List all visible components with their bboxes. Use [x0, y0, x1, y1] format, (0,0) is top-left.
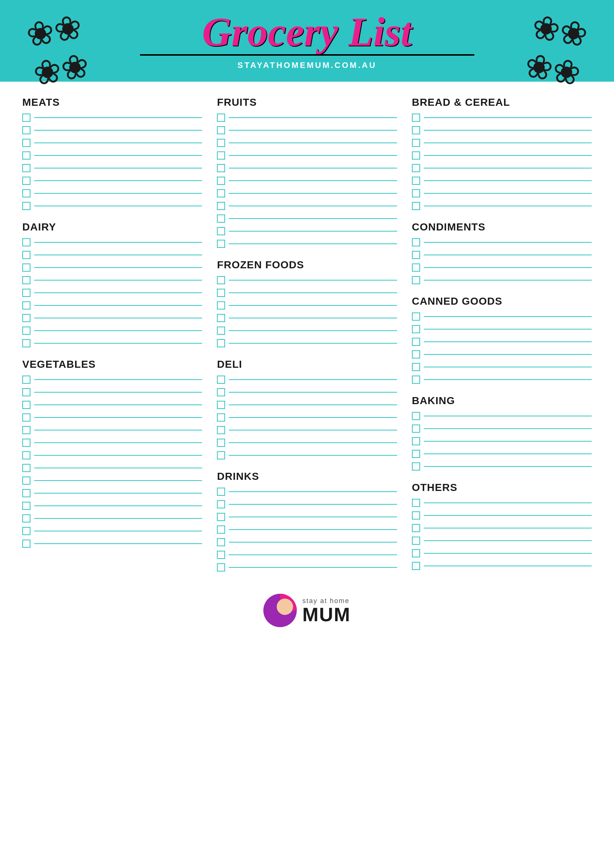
- list-item[interactable]: [412, 177, 592, 185]
- checkbox[interactable]: [22, 126, 31, 134]
- checkbox[interactable]: [412, 363, 420, 371]
- list-item[interactable]: [22, 502, 202, 510]
- list-item[interactable]: [412, 499, 592, 507]
- list-item[interactable]: [412, 251, 592, 259]
- list-item[interactable]: [22, 264, 202, 272]
- list-item[interactable]: [217, 426, 397, 434]
- checkbox[interactable]: [412, 450, 420, 458]
- checkbox[interactable]: [412, 238, 420, 246]
- list-item[interactable]: [22, 527, 202, 535]
- checkbox[interactable]: [22, 375, 31, 384]
- checkbox[interactable]: [412, 524, 420, 532]
- checkbox[interactable]: [22, 251, 31, 259]
- checkbox[interactable]: [412, 549, 420, 557]
- checkbox[interactable]: [217, 375, 225, 384]
- list-item[interactable]: [22, 113, 202, 122]
- checkbox[interactable]: [412, 151, 420, 160]
- list-item[interactable]: [412, 363, 592, 371]
- checkbox[interactable]: [22, 189, 31, 197]
- checkbox[interactable]: [217, 289, 225, 297]
- checkbox[interactable]: [412, 264, 420, 272]
- checkbox[interactable]: [217, 202, 225, 210]
- list-item[interactable]: [412, 536, 592, 545]
- list-item[interactable]: [22, 126, 202, 134]
- checkbox[interactable]: [412, 499, 420, 507]
- list-item[interactable]: [217, 314, 397, 322]
- checkbox[interactable]: [217, 551, 225, 559]
- list-item[interactable]: [22, 289, 202, 297]
- list-item[interactable]: [217, 388, 397, 396]
- checkbox[interactable]: [217, 500, 225, 508]
- list-item[interactable]: [22, 439, 202, 447]
- checkbox[interactable]: [412, 276, 420, 284]
- checkbox[interactable]: [217, 314, 225, 322]
- checkbox[interactable]: [217, 301, 225, 310]
- checkbox[interactable]: [412, 562, 420, 570]
- checkbox[interactable]: [22, 301, 31, 310]
- list-item[interactable]: [217, 538, 397, 546]
- checkbox[interactable]: [217, 227, 225, 235]
- checkbox[interactable]: [217, 189, 225, 197]
- checkbox[interactable]: [22, 451, 31, 459]
- list-item[interactable]: [412, 313, 592, 321]
- checkbox[interactable]: [22, 113, 31, 122]
- checkbox[interactable]: [217, 151, 225, 160]
- checkbox[interactable]: [412, 126, 420, 134]
- checkbox[interactable]: [412, 325, 420, 333]
- checkbox[interactable]: [412, 251, 420, 259]
- list-item[interactable]: [22, 301, 202, 310]
- list-item[interactable]: [217, 439, 397, 447]
- checkbox[interactable]: [22, 426, 31, 434]
- checkbox[interactable]: [412, 462, 420, 471]
- list-item[interactable]: [412, 562, 592, 570]
- checkbox[interactable]: [412, 202, 420, 210]
- list-item[interactable]: [412, 139, 592, 147]
- checkbox[interactable]: [22, 264, 31, 272]
- checkbox[interactable]: [22, 151, 31, 160]
- list-item[interactable]: [217, 488, 397, 496]
- list-item[interactable]: [217, 525, 397, 534]
- list-item[interactable]: [22, 426, 202, 434]
- checkbox[interactable]: [412, 313, 420, 321]
- list-item[interactable]: [217, 551, 397, 559]
- list-item[interactable]: [22, 388, 202, 396]
- checkbox[interactable]: [217, 563, 225, 572]
- list-item[interactable]: [22, 515, 202, 522]
- list-item[interactable]: [22, 489, 202, 497]
- checkbox[interactable]: [22, 339, 31, 347]
- list-item[interactable]: [22, 464, 202, 472]
- list-item[interactable]: [217, 375, 397, 384]
- checkbox[interactable]: [22, 489, 31, 497]
- list-item[interactable]: [217, 126, 397, 134]
- list-item[interactable]: [217, 240, 397, 248]
- list-item[interactable]: [412, 549, 592, 557]
- checkbox[interactable]: [217, 240, 225, 248]
- checkbox[interactable]: [412, 164, 420, 172]
- list-item[interactable]: [217, 563, 397, 572]
- checkbox[interactable]: [217, 488, 225, 496]
- checkbox[interactable]: [22, 289, 31, 297]
- list-item[interactable]: [412, 113, 592, 122]
- list-item[interactable]: [412, 164, 592, 172]
- list-item[interactable]: [217, 289, 397, 297]
- list-item[interactable]: [412, 512, 592, 519]
- checkbox[interactable]: [412, 437, 420, 445]
- checkbox[interactable]: [22, 276, 31, 284]
- checkbox[interactable]: [217, 439, 225, 447]
- list-item[interactable]: [22, 151, 202, 160]
- checkbox[interactable]: [217, 525, 225, 534]
- checkbox[interactable]: [22, 464, 31, 472]
- list-item[interactable]: [22, 339, 202, 347]
- list-item[interactable]: [22, 202, 202, 210]
- checkbox[interactable]: [412, 350, 420, 358]
- list-item[interactable]: [22, 375, 202, 384]
- list-item[interactable]: [217, 451, 397, 459]
- list-item[interactable]: [412, 325, 592, 333]
- checkbox[interactable]: [217, 401, 225, 409]
- checkbox[interactable]: [22, 401, 31, 409]
- list-item[interactable]: [217, 339, 397, 347]
- list-item[interactable]: [412, 437, 592, 445]
- list-item[interactable]: [217, 177, 397, 185]
- list-item[interactable]: [22, 327, 202, 335]
- list-item[interactable]: [217, 189, 397, 197]
